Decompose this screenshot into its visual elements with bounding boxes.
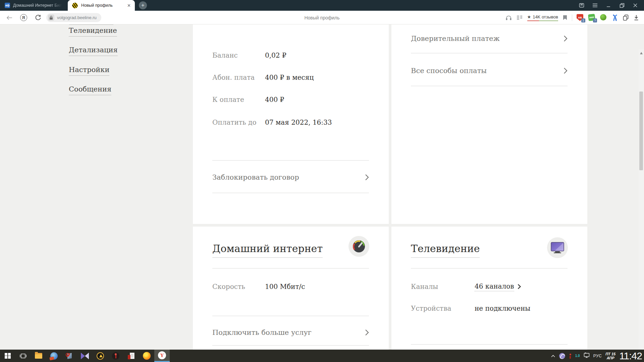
language-indicator[interactable]: РУС [593, 354, 602, 358]
speedometer-icon [352, 240, 366, 253]
headphones-icon[interactable] [505, 15, 512, 21]
divider [411, 53, 568, 53]
block-contract-link[interactable]: Заблокировать договор [212, 171, 369, 184]
task-view-button[interactable] [15, 350, 31, 362]
adguard-badge: 2 [581, 18, 585, 22]
tray-expand-button[interactable] [551, 353, 555, 359]
scroll-up-arrow-icon[interactable] [640, 52, 643, 54]
tab-home-internet[interactable]: вф Домашний Интернет Бил [2, 0, 67, 11]
tabs-copy-icon[interactable] [623, 14, 629, 21]
globe-icon [50, 352, 58, 360]
downloads-button[interactable] [633, 14, 639, 21]
sidebar-item-messages[interactable]: Сообщения [69, 85, 111, 95]
star-icon: ★ [527, 14, 531, 19]
date-month: АПР [605, 356, 615, 360]
display-network-icon [584, 353, 590, 358]
browser-menu-button[interactable] [588, 0, 602, 11]
reload-button[interactable] [33, 11, 43, 24]
close-window-button[interactable] [629, 0, 642, 11]
green-orb-icon [600, 14, 606, 20]
to-pay-row: К оплате 400 ₽ [212, 95, 369, 105]
system-tray: 1.0 РУС ПТ 15 АПР 11:42 [551, 350, 644, 362]
chevron-up-icon [551, 355, 555, 358]
start-button[interactable] [0, 350, 15, 362]
back-arrow-icon [6, 15, 13, 20]
cashback-extension-button[interactable]: ? [588, 14, 596, 21]
page-scrollbar[interactable] [639, 49, 644, 350]
yandex-icon: Я [20, 14, 27, 21]
sidebar-item-details[interactable]: Детализация [69, 46, 118, 56]
row-label: Оплатить до [212, 118, 265, 126]
question-badge: ? [593, 18, 597, 22]
new-tab-button[interactable]: + [139, 1, 147, 9]
tab-new-profile[interactable]: Новый профиль ✕ [68, 0, 135, 11]
chevron-right-icon [564, 67, 568, 74]
divider [411, 344, 568, 345]
row-value: 100 Мбит/с [265, 283, 305, 291]
scrollbar-thumb[interactable] [639, 92, 643, 170]
ribbon-extension-button[interactable] [612, 14, 618, 21]
sidebar-item-tv[interactable]: Телевидение [69, 26, 117, 37]
minimize-button[interactable] [602, 0, 615, 11]
row-value: 07 мая 2022, 16:33 [265, 118, 332, 126]
sidebar-item-settings[interactable]: Настройки [69, 66, 109, 76]
row-value: 0,02 ₽ [265, 51, 286, 59]
channels-link[interactable]: 46 каналов [475, 282, 521, 291]
chevron-right-icon [365, 329, 369, 336]
home-internet-card: Домашний интернет Скорость 100 Мбит/с По… [193, 227, 389, 350]
blocked-app-button[interactable] [62, 350, 77, 362]
action-label: Доверительный платеж [411, 35, 500, 43]
restore-button[interactable] [615, 0, 629, 11]
speed-indicator[interactable]: 1.0 [575, 354, 580, 358]
add-services-link[interactable]: Подключить больше услуг [212, 326, 369, 339]
torrent-tray-icon[interactable] [559, 353, 565, 359]
home-internet-title[interactable]: Домашний интернет [212, 243, 323, 258]
address-bar[interactable]: volgograd.beeline.ru [46, 13, 101, 22]
kmplayer-button[interactable] [77, 350, 93, 362]
date-day: ПТ 15 [605, 352, 615, 356]
divider [212, 268, 369, 268]
yandex-browser-button[interactable]: Y [154, 350, 170, 362]
close-icon [633, 3, 638, 8]
channels-count[interactable]: 46 каналов [475, 282, 514, 291]
yandex-search-button[interactable]: Я [19, 11, 28, 24]
browser-toolbar: Я volgograd.beeline.ru Новый профиль ★ 1… [0, 11, 644, 24]
antenna-app-button[interactable] [108, 350, 123, 362]
adguard-extension-button[interactable]: AB 2 [577, 14, 584, 21]
file-explorer-button[interactable] [31, 350, 46, 362]
payment-methods-link[interactable]: Все способы оплаты [411, 64, 568, 77]
tab-close-icon[interactable]: ✕ [126, 3, 131, 8]
fee-row: Абон. плата 400 ₽ в месяц [212, 72, 369, 82]
antivirus-extension-button[interactable] [600, 14, 607, 21]
task-view-icon [20, 353, 26, 359]
toolbar-separator [572, 14, 572, 21]
chevron-right-icon [564, 35, 568, 42]
tv-card-title[interactable]: Телевидение [411, 243, 480, 258]
network-tray-button[interactable] [584, 353, 590, 359]
trust-payment-link[interactable]: Доверительный платеж [411, 32, 568, 45]
panel-icon [579, 3, 584, 8]
firefox-button[interactable] [139, 350, 154, 362]
documents-app-button[interactable] [123, 350, 139, 362]
taskbar: Y 1.0 РУС ПТ 15 АПР 11:42 [0, 350, 644, 362]
tab-bar: вф Домашний Интернет Бил Новый профиль ✕… [0, 0, 644, 11]
aimp-button[interactable] [93, 350, 108, 362]
sidebar-panel-button[interactable] [575, 0, 588, 11]
taskbar-date[interactable]: ПТ 15 АПР [605, 352, 615, 360]
site-reviews-badge[interactable]: ★ 14K отзывов [527, 14, 558, 21]
divider [212, 160, 369, 161]
divider [411, 86, 568, 86]
back-button[interactable] [5, 11, 14, 24]
secure-lock-icon[interactable] [48, 14, 54, 21]
taskbar-clock[interactable]: 11:42 [619, 350, 642, 362]
firefox-icon [143, 352, 151, 360]
devices-row: Устройства не подключены [411, 303, 568, 313]
row-label: Баланс [212, 51, 265, 59]
bookmark-icon[interactable] [562, 15, 568, 20]
folder-icon [35, 353, 42, 359]
blocked-app-icon [66, 353, 73, 359]
reader-mode-icon[interactable] [516, 15, 523, 20]
alert-tray-icon[interactable] [569, 353, 572, 359]
globe-app-button[interactable] [46, 350, 62, 362]
action-label: Заблокировать договор [212, 173, 299, 181]
